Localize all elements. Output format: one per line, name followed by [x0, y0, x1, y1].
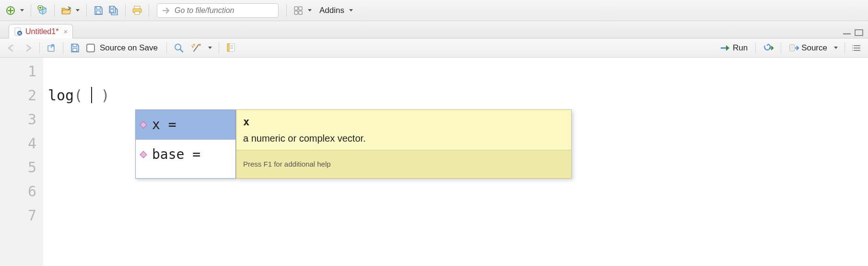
svg-rect-5 [110, 6, 114, 8]
toolbar-separator [54, 4, 55, 17]
run-label: Run [733, 43, 748, 53]
svg-rect-13 [299, 11, 302, 14]
new-project-button[interactable] [36, 4, 49, 17]
code-token-open-paren: ( [74, 87, 82, 104]
document-tabbar: R Untitled1* × [0, 21, 868, 38]
editor-toolbar: Source on Save Run [0, 38, 868, 58]
code-token-fn: log [48, 87, 74, 104]
tab-title: Untitled1* [25, 27, 59, 36]
nav-forward-button[interactable] [21, 41, 35, 55]
print-button[interactable] [130, 4, 144, 17]
save-all-button[interactable] [107, 4, 120, 17]
code-line-4 [48, 132, 109, 156]
line-number: 4 [0, 132, 36, 156]
addins-dropdown-caret[interactable] [349, 9, 353, 12]
grid-view-button[interactable] [292, 4, 305, 17]
autocomplete-doc-panel: x a numeric or complex vector. Press F1 … [236, 109, 572, 179]
autocomplete-popup: x = base = x a numeric or complex vector… [135, 109, 572, 179]
svg-rect-18 [855, 30, 863, 36]
source-on-save-checkbox[interactable] [86, 44, 95, 52]
svg-rect-12 [294, 11, 298, 14]
autocomplete-item-x[interactable]: x = [136, 110, 235, 140]
addins-menu[interactable]: Addins [316, 6, 346, 15]
svg-rect-21 [73, 48, 77, 51]
autocomplete-list[interactable]: x = base = [135, 109, 236, 179]
source-on-save-label: Source on Save [100, 43, 158, 53]
goto-file-function-box[interactable] [157, 3, 279, 18]
line-number: 5 [0, 156, 36, 180]
svg-rect-3 [96, 11, 100, 14]
svg-rect-11 [299, 7, 302, 10]
svg-rect-23 [229, 44, 235, 51]
document-tab-untitled1[interactable]: R Untitled1* × [9, 24, 73, 38]
code-area[interactable]: log( ) x = base = [43, 58, 109, 266]
editor-toolbar-separator [63, 42, 63, 54]
svg-text:R: R [18, 32, 21, 35]
text-cursor [91, 87, 92, 103]
source-icon [789, 44, 799, 52]
svg-rect-2 [96, 7, 100, 9]
re-run-button[interactable] [761, 41, 776, 55]
tab-close-button[interactable]: × [63, 27, 68, 36]
code-tools-dropdown-caret[interactable] [208, 47, 212, 49]
editor-toolbar-separator [781, 42, 781, 54]
minimize-pane-button[interactable] [842, 30, 852, 36]
svg-rect-10 [294, 7, 298, 10]
find-replace-button[interactable] [172, 41, 186, 55]
compile-report-button[interactable] [224, 41, 237, 55]
goto-input[interactable] [175, 6, 273, 15]
editor-toolbar-separator [166, 42, 167, 54]
maximize-pane-button[interactable] [855, 29, 863, 36]
toolbar-separator [86, 4, 87, 17]
parameter-icon [139, 120, 148, 130]
line-gutter: 1 2 3 4 5 6 7 [0, 58, 43, 266]
code-token-close-paren: ) [101, 87, 109, 104]
goto-arrow-icon [162, 7, 171, 14]
code-line-3 [48, 108, 109, 132]
source-dropdown-caret[interactable] [834, 47, 838, 49]
outline-button[interactable] [850, 41, 863, 55]
open-recent-dropdown-caret[interactable] [76, 9, 80, 12]
code-line-5 [48, 156, 109, 180]
code-line-6 [48, 180, 109, 204]
line-number: 7 [0, 204, 36, 228]
open-file-button[interactable] [59, 4, 73, 17]
source-button[interactable]: Source [786, 43, 830, 53]
editor-toolbar-separator [219, 42, 219, 54]
save-button[interactable] [92, 4, 105, 17]
run-button[interactable]: Run [717, 43, 751, 53]
grid-view-dropdown-caret[interactable] [308, 9, 312, 12]
autocomplete-item-label: x = [152, 113, 176, 137]
code-line-1 [48, 60, 109, 84]
autocomplete-doc-description: a numeric or complex vector. [243, 132, 564, 145]
new-file-button[interactable] [4, 4, 17, 17]
svg-rect-19 [48, 46, 54, 51]
code-editor[interactable]: 1 2 3 4 5 6 7 log( ) x = [0, 58, 868, 266]
line-number: 3 [0, 108, 36, 132]
source-label: Source [801, 43, 827, 53]
svg-rect-26 [140, 121, 147, 128]
toolbar-separator [149, 4, 149, 17]
nav-back-button[interactable] [5, 41, 18, 55]
code-line-7 [48, 204, 109, 228]
autocomplete-doc-footer: Press F1 for additional help [236, 150, 571, 178]
run-arrow-icon [720, 44, 731, 52]
show-in-new-window-button[interactable] [45, 41, 58, 55]
autocomplete-item-base[interactable]: base = [136, 140, 235, 169]
svg-rect-27 [140, 151, 147, 158]
svg-rect-20 [73, 44, 77, 47]
toolbar-separator [286, 4, 287, 17]
parameter-icon [139, 150, 148, 159]
autocomplete-doc-title: x [243, 115, 564, 130]
editor-toolbar-separator [39, 42, 40, 54]
line-number: 1 [0, 60, 36, 84]
code-line-2: log( ) [48, 84, 109, 108]
editor-save-button[interactable] [68, 41, 82, 55]
code-tools-button[interactable] [189, 41, 204, 55]
editor-toolbar-separator [845, 42, 845, 54]
toolbar-separator [31, 4, 31, 17]
autocomplete-item-label: base = [152, 143, 200, 167]
new-file-dropdown-caret[interactable] [20, 9, 24, 12]
source-on-save-toggle[interactable]: Source on Save [84, 41, 162, 55]
editor-toolbar-separator [755, 42, 756, 54]
